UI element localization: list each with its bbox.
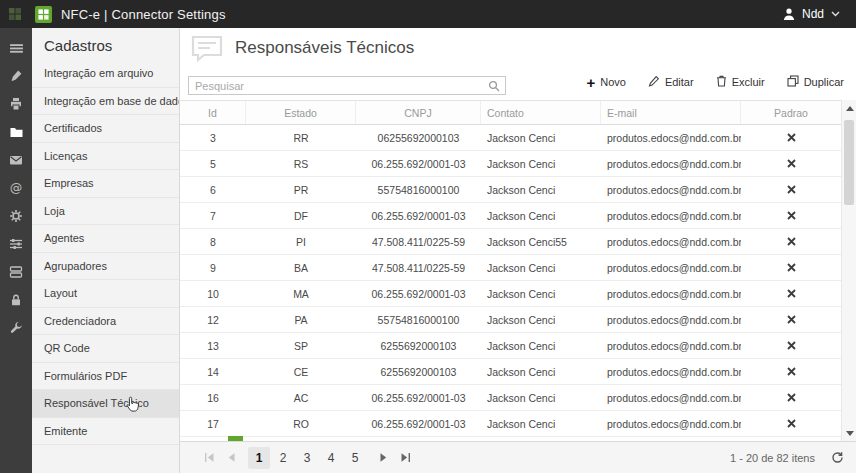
storage-icon[interactable] — [0, 258, 32, 286]
cell-contato: Jackson Cenci — [481, 125, 601, 150]
search-input[interactable] — [189, 80, 488, 92]
column-header-padrao[interactable]: Padrao — [741, 101, 841, 124]
sidebar-item[interactable]: Empresas — [32, 170, 179, 198]
page-number[interactable]: 3 — [296, 447, 318, 469]
table-row[interactable]: 14CE6255692000103Jackson Cenciprodutos.e… — [180, 359, 841, 385]
cell-padrao — [741, 411, 841, 436]
table-row[interactable]: 16AC06.255.692/0001-03Jackson Cenciprodu… — [180, 385, 841, 411]
chevron-down-icon[interactable] — [831, 11, 840, 17]
first-page-button[interactable] — [198, 447, 220, 469]
page-number[interactable]: 5 — [344, 447, 366, 469]
cell-cnpj: 47.508.411/0225-59 — [356, 229, 481, 254]
cell-cnpj: 06.255.692/0001-03 — [356, 203, 481, 228]
plus-icon: + — [586, 77, 595, 88]
pager: 12345 1 - 20 de 82 itens — [180, 441, 856, 473]
cell-contato: Jackson Cenci — [481, 151, 601, 176]
excluir-button[interactable]: Excluir — [714, 73, 767, 91]
column-header-estado[interactable]: Estado — [246, 101, 356, 124]
sidebar-item[interactable]: Layout — [32, 280, 179, 308]
lock-icon[interactable] — [0, 286, 32, 314]
pager-info: 1 - 20 de 82 itens — [730, 452, 815, 464]
cell-cnpj: 06.255.692/0001-03 — [356, 281, 481, 306]
cell-id: 7 — [180, 203, 246, 228]
pencil-icon — [648, 75, 660, 89]
page-number[interactable]: 4 — [320, 447, 342, 469]
table-row[interactable]: 3RR06255692000103Jackson Cenciprodutos.e… — [180, 125, 841, 151]
menu-icon[interactable] — [0, 34, 32, 62]
ndd-logo-icon — [35, 6, 52, 23]
page-number[interactable]: 1 — [248, 447, 270, 469]
scroll-up-arrow-icon[interactable] — [842, 102, 856, 114]
sidebar-item[interactable]: Certificados — [32, 115, 179, 143]
vertical-scrollbar[interactable] — [841, 100, 856, 441]
refresh-icon[interactable] — [831, 451, 844, 464]
editar-button[interactable]: Editar — [646, 73, 696, 91]
table-row[interactable]: 13SP6255692000103Jackson Cenciprodutos.e… — [180, 333, 841, 359]
cell-cnpj: 06255692000103 — [356, 125, 481, 150]
mail-icon[interactable] — [0, 146, 32, 174]
sidebar-item[interactable]: Integração em arquivo — [32, 60, 179, 88]
cell-estado: PR — [246, 177, 356, 202]
topbar: NFC-e | Connector Settings Ndd — [0, 0, 856, 28]
sidebar-item[interactable]: Integração em base de dados — [32, 88, 179, 116]
table-row[interactable]: 7DF06.255.692/0001-03Jackson Cenciprodut… — [180, 203, 841, 229]
sidebar-item[interactable]: Agentes — [32, 225, 179, 253]
svg-text:@: @ — [10, 181, 23, 195]
table-row[interactable]: 9BA47.508.411/0225-59Jackson Cenciprodut… — [180, 255, 841, 281]
duplicar-label: Duplicar — [804, 76, 844, 88]
scroll-down-arrow-icon[interactable] — [842, 427, 856, 439]
cell-contato: Jackson Cenci — [481, 203, 601, 228]
sidebar-item[interactable]: Loja — [32, 198, 179, 226]
cell-contato: Jackson Cenci — [481, 411, 601, 436]
printer-icon[interactable] — [0, 90, 32, 118]
duplicar-button[interactable]: Duplicar — [785, 73, 846, 91]
cell-id: 13 — [180, 333, 246, 358]
table-header-row: IdEstadoCNPJContatoE-mailPadrao — [180, 101, 841, 125]
sliders-icon[interactable] — [0, 230, 32, 258]
page-number[interactable]: 2 — [272, 447, 294, 469]
table-row[interactable]: 8PI47.508.411/0225-59Jackson Cenci55prod… — [180, 229, 841, 255]
cell-id: 5 — [180, 151, 246, 176]
page-icon — [190, 33, 224, 63]
table-row[interactable]: 12PA55754816000100Jackson Cenciprodutos.… — [180, 307, 841, 333]
column-header-email[interactable]: E-mail — [601, 101, 741, 124]
table-row[interactable]: 5RS06.255.692/0001-03Jackson Cenciprodut… — [180, 151, 841, 177]
brush-icon[interactable] — [0, 62, 32, 90]
copy-icon — [787, 75, 799, 89]
scrollbar-thumb[interactable] — [844, 120, 854, 205]
next-page-button[interactable] — [372, 447, 394, 469]
wrench-icon[interactable] — [0, 314, 32, 342]
user-menu[interactable]: Ndd — [802, 7, 824, 21]
cell-cnpj: 6255692000103 — [356, 359, 481, 384]
cell-estado: RO — [246, 411, 356, 436]
user-icon[interactable] — [782, 7, 796, 21]
data-grid: IdEstadoCNPJContatoE-mailPadrao 3RR06255… — [180, 100, 841, 441]
table-row[interactable]: 17RO06.255.692/0001-03Jackson Cenciprodu… — [180, 411, 841, 437]
cell-padrao — [741, 385, 841, 410]
gear-icon[interactable] — [0, 202, 32, 230]
table-row[interactable]: 6PR55754816000100Jackson Cenciprodutos.e… — [180, 177, 841, 203]
cell-estado: AC — [246, 385, 356, 410]
column-header-contato[interactable]: Contato — [481, 101, 601, 124]
trash-icon — [716, 75, 727, 89]
sidebar-item[interactable]: Licenças — [32, 143, 179, 171]
column-header-id[interactable]: Id — [180, 101, 246, 124]
prev-page-button[interactable] — [220, 447, 242, 469]
app-title: NFC-e | Connector Settings — [61, 7, 226, 22]
folder-icon[interactable] — [0, 118, 32, 146]
sidebar-item[interactable]: Agrupadores — [32, 253, 179, 281]
last-page-button[interactable] — [394, 447, 416, 469]
table-row[interactable]: 10MA06.255.692/0001-03Jackson Cenciprodu… — [180, 281, 841, 307]
cell-email: produtos.edocs@ndd.com.br — [601, 307, 741, 332]
sidebar-item[interactable]: QR Code — [32, 335, 179, 363]
novo-button[interactable]: + Novo — [584, 74, 627, 90]
at-sign-icon[interactable]: @ — [0, 174, 32, 202]
sidebar-item[interactable]: Emitente — [32, 418, 179, 446]
column-header-cnpj[interactable]: CNPJ — [356, 101, 481, 124]
cell-id: 9 — [180, 255, 246, 280]
sidebar-title: Cadastros — [32, 28, 179, 60]
sidebar-item[interactable]: Formulários PDF — [32, 363, 179, 391]
cell-email: produtos.edocs@ndd.com.br — [601, 359, 741, 384]
sidebar-item[interactable]: Responsável Técnico — [32, 390, 179, 418]
sidebar-item[interactable]: Credenciadora — [32, 308, 179, 336]
